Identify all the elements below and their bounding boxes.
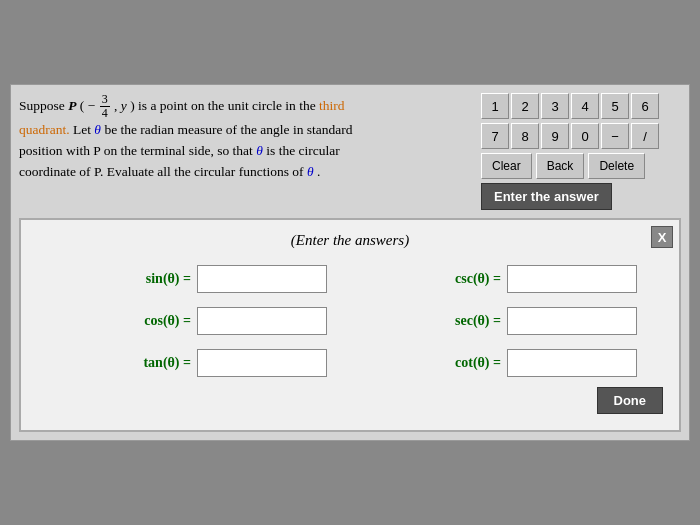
num-9[interactable]: 9	[541, 123, 569, 149]
num-3[interactable]: 3	[541, 93, 569, 119]
text4: position with P on the terminal side, so…	[19, 143, 256, 158]
num-6[interactable]: 6	[631, 93, 659, 119]
functions-row-1: sin(θ) = csc(θ) =	[37, 265, 663, 293]
cot-label: cot(θ) =	[347, 355, 507, 371]
functions-row-3: tan(θ) = cot(θ) =	[37, 349, 663, 377]
period: .	[317, 164, 320, 179]
delete-button[interactable]: Delete	[588, 153, 645, 179]
cos-label: cos(θ) =	[37, 313, 197, 329]
csc-label: csc(θ) =	[347, 271, 507, 287]
num-7[interactable]: 7	[481, 123, 509, 149]
close-paren: )	[130, 98, 135, 113]
tan-label: tan(θ) =	[37, 355, 197, 371]
text5: is the circular	[266, 143, 339, 158]
quadrant-label: quadrant.	[19, 122, 70, 137]
done-button[interactable]: Done	[597, 387, 664, 414]
clear-button[interactable]: Clear	[481, 153, 532, 179]
num-5[interactable]: 5	[601, 93, 629, 119]
text3: be the radian measure of the angle in st…	[104, 122, 352, 137]
control-row: Clear Back Delete	[481, 153, 681, 179]
theta-let: θ	[94, 122, 101, 137]
open-paren: (	[80, 98, 85, 113]
num-8[interactable]: 8	[511, 123, 539, 149]
done-row: Done	[37, 387, 663, 414]
p-label: P	[68, 98, 76, 113]
num-0[interactable]: 0	[571, 123, 599, 149]
sec-input[interactable]	[507, 307, 637, 335]
num-2[interactable]: 2	[511, 93, 539, 119]
numpad-row1: 1 2 3 4 5 6	[481, 93, 681, 119]
theta-so: θ	[256, 143, 263, 158]
sin-input[interactable]	[197, 265, 327, 293]
third-label: third	[319, 98, 345, 113]
comma-y: , y	[114, 98, 127, 113]
theta-end: θ	[307, 164, 314, 179]
num-1[interactable]: 1	[481, 93, 509, 119]
numpad-row2: 7 8 9 0 − /	[481, 123, 681, 149]
denominator: 4	[100, 107, 110, 120]
num-4[interactable]: 4	[571, 93, 599, 119]
main-container: Suppose P ( − 3 4 , y ) is a point on th…	[10, 84, 690, 441]
numerator: 3	[100, 93, 110, 107]
answer-title: (Enter the answers)	[37, 232, 663, 249]
text6: coordinate of P. Evaluate all the circul…	[19, 164, 307, 179]
suppose-label: Suppose	[19, 98, 68, 113]
fraction: 3 4	[100, 93, 110, 120]
cot-input[interactable]	[507, 349, 637, 377]
problem-text: Suppose P ( − 3 4 , y ) is a point on th…	[19, 93, 473, 210]
close-button[interactable]: X	[651, 226, 673, 248]
enter-answer-button[interactable]: Enter the answer	[481, 183, 612, 210]
answer-box: X (Enter the answers) sin(θ) = csc(θ) = …	[19, 218, 681, 432]
num-slash[interactable]: /	[631, 123, 659, 149]
text1: is a point on the unit circle in the	[138, 98, 316, 113]
sin-label: sin(θ) =	[37, 271, 197, 287]
functions-grid: sin(θ) = csc(θ) = cos(θ) = sec(θ) = tan(…	[37, 265, 663, 377]
tan-input[interactable]	[197, 349, 327, 377]
cos-input[interactable]	[197, 307, 327, 335]
top-section: Suppose P ( − 3 4 , y ) is a point on th…	[19, 93, 681, 210]
text2: Let	[73, 122, 94, 137]
back-button[interactable]: Back	[536, 153, 585, 179]
neg-sign: −	[88, 98, 96, 113]
functions-row-2: cos(θ) = sec(θ) =	[37, 307, 663, 335]
sec-label: sec(θ) =	[347, 313, 507, 329]
num-minus[interactable]: −	[601, 123, 629, 149]
right-panel: 1 2 3 4 5 6 7 8 9 0 − / Clear Back Delet…	[481, 93, 681, 210]
csc-input[interactable]	[507, 265, 637, 293]
